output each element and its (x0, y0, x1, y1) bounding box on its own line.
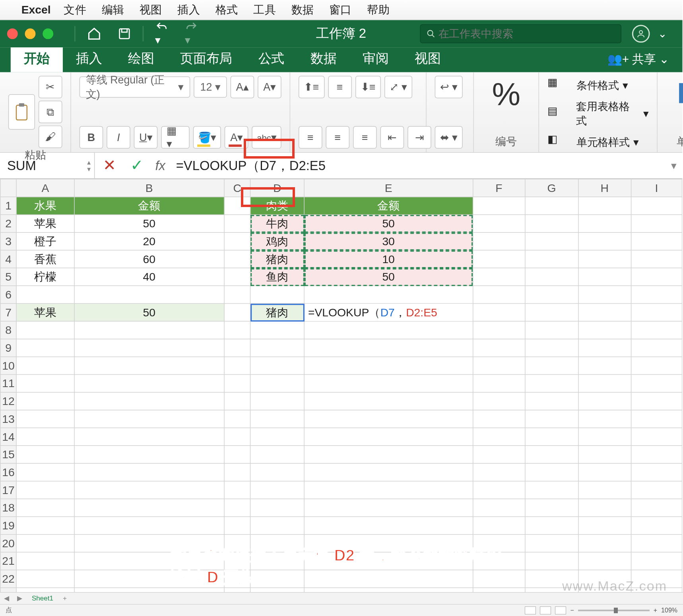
expand-formula-bar-icon[interactable]: ▾ (665, 159, 682, 172)
zoom-level[interactable]: 109% (661, 607, 677, 614)
col-header-F[interactable]: F (473, 179, 525, 197)
row-header[interactable]: 13 (0, 410, 17, 428)
italic-button[interactable]: I (107, 126, 130, 149)
cell-styles-button[interactable]: ◧ 单元格样式 ▾ (547, 133, 649, 152)
cut-icon[interactable]: ✂ (39, 76, 62, 99)
cell[interactable]: 60 (74, 250, 224, 268)
cell[interactable]: 鱼肉 (250, 268, 305, 286)
menu-data[interactable]: 数据 (291, 2, 314, 17)
menu-format[interactable]: 格式 (215, 2, 238, 17)
font-color-button[interactable]: A ▾ (225, 126, 248, 149)
tab-formulas[interactable]: 公式 (245, 45, 297, 72)
cell[interactable]: 柠檬 (16, 268, 74, 286)
align-middle-icon[interactable]: ≡ (328, 76, 352, 99)
tab-review[interactable]: 审阅 (349, 45, 402, 72)
conditional-format-button[interactable]: ▦ 条件格式 ▾ (547, 76, 649, 95)
row-header[interactable]: 20 (0, 535, 17, 552)
cell[interactable]: 50 (74, 215, 224, 232)
cell[interactable] (631, 197, 682, 215)
home-icon[interactable] (87, 27, 101, 41)
sheet-nav-prev-icon[interactable]: ◀ (0, 594, 13, 602)
merge-cells-icon[interactable]: ⬌ ▾ (435, 126, 463, 149)
col-header-B[interactable]: B (74, 179, 224, 197)
row-header[interactable]: 3 (0, 232, 17, 250)
zoom-out-icon[interactable]: − (570, 607, 574, 614)
search-input[interactable] (439, 27, 615, 40)
menu-tools[interactable]: 工具 (253, 2, 276, 17)
cell[interactable]: 鸡肉 (250, 232, 305, 250)
col-header-E[interactable]: E (304, 179, 473, 197)
menu-file[interactable]: 文件 (64, 2, 86, 17)
row-header[interactable]: 10 (0, 357, 17, 375)
sheet-nav-next-icon[interactable]: ▶ (13, 594, 26, 602)
table-format-button[interactable]: ▤ 套用表格格式 ▾ (547, 99, 649, 128)
fx-icon[interactable]: fx (155, 158, 165, 173)
bold-button[interactable]: B (80, 126, 103, 149)
app-name[interactable]: Excel (21, 3, 51, 16)
fill-color-button[interactable]: 🪣 ▾ (193, 126, 221, 149)
cell[interactable]: 苹果 (16, 215, 74, 232)
row-header[interactable]: 4 (0, 250, 17, 268)
add-sheet-icon[interactable]: + (59, 595, 71, 602)
cell-D7[interactable]: 猪肉 (250, 304, 305, 322)
cell[interactable]: 30 (304, 232, 473, 250)
select-all-corner[interactable] (0, 179, 17, 197)
align-bottom-icon[interactable]: ⬇≡ (355, 76, 381, 99)
row-header[interactable]: 21 (0, 552, 17, 570)
font-name-select[interactable]: 等线 Regular (正文) ▾ (80, 76, 190, 98)
save-icon[interactable] (118, 27, 131, 41)
cell[interactable]: 40 (74, 268, 224, 286)
align-top-icon[interactable]: ⬆≡ (299, 76, 324, 99)
sheet-tab[interactable]: Sheet1 (26, 595, 59, 602)
row-header[interactable]: 2 (0, 215, 17, 232)
cell[interactable]: 苹果 (16, 304, 74, 322)
orientation-icon[interactable]: ⤢ ▾ (384, 76, 412, 99)
menu-help[interactable]: 帮助 (367, 2, 390, 17)
share-button[interactable]: 👥+ 共享 ⌄ (594, 47, 683, 72)
active-edit-cell[interactable]: =VLOOKUP（D7，D2:E5 (304, 304, 473, 322)
align-center-icon[interactable]: ≡ (326, 126, 350, 149)
close-window-button[interactable] (7, 29, 18, 39)
zoom-in-icon[interactable]: + (654, 607, 657, 614)
row-header[interactable]: 12 (0, 392, 17, 410)
zoom-window-button[interactable] (43, 29, 53, 39)
cell[interactable]: 水果 (16, 197, 74, 215)
view-page-break-icon[interactable] (555, 606, 566, 614)
row-header[interactable]: 6 (0, 286, 17, 304)
cell[interactable] (473, 197, 525, 215)
view-page-layout-icon[interactable] (540, 606, 551, 614)
row-header[interactable]: 9 (0, 339, 17, 357)
col-header-D[interactable]: D (250, 179, 305, 197)
row-header[interactable]: 15 (0, 446, 17, 463)
row-header[interactable]: 11 (0, 374, 17, 392)
cell[interactable]: 猪肉 (250, 250, 305, 268)
col-header-C[interactable]: C (224, 179, 250, 197)
align-right-icon[interactable]: ≡ (353, 126, 377, 149)
cancel-formula-icon[interactable]: ✕ (103, 156, 116, 174)
cell[interactable]: 金额 (74, 197, 224, 215)
cells-insert-icon[interactable] (677, 76, 683, 108)
redo-icon[interactable]: ▾ (185, 21, 198, 47)
paste-button[interactable] (8, 94, 35, 130)
border-button[interactable]: ▦ ▾ (161, 126, 189, 149)
row-header[interactable]: 5 (0, 268, 17, 286)
formula-input[interactable]: =VLOOKUP（D7，D2:E5 (171, 157, 665, 174)
row-header[interactable]: 19 (0, 517, 17, 535)
accept-formula-icon[interactable]: ✓ (130, 156, 144, 174)
decrease-font-icon[interactable]: A▾ (258, 76, 281, 99)
tab-layout[interactable]: 页面布局 (167, 45, 245, 72)
cell[interactable]: 10 (304, 250, 473, 268)
minimize-window-button[interactable] (25, 29, 36, 39)
tab-home[interactable]: 开始 (11, 45, 63, 72)
cell[interactable] (224, 197, 250, 215)
cell[interactable] (525, 197, 578, 215)
cell[interactable]: 50 (74, 304, 224, 322)
tab-insert[interactable]: 插入 (63, 45, 115, 72)
wrap-text-icon[interactable]: ↩ ▾ (435, 76, 463, 99)
align-left-icon[interactable]: ≡ (299, 126, 322, 149)
tab-draw[interactable]: 绘图 (115, 45, 167, 72)
cell[interactable]: 金额 (304, 197, 473, 215)
row-header[interactable]: 7 (0, 304, 17, 322)
menu-view[interactable]: 视图 (140, 2, 162, 17)
zoom-slider[interactable] (578, 610, 650, 611)
